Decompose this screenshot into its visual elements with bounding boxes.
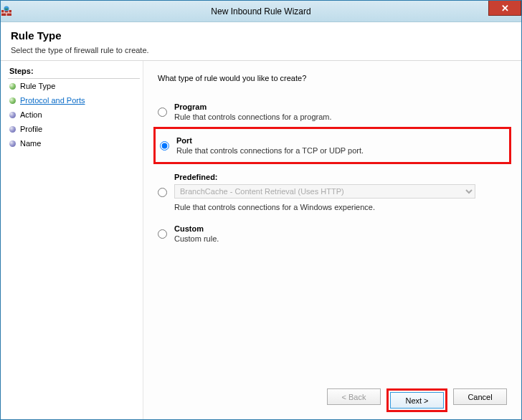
- option-body: Program Rule that controls connections f…: [174, 102, 507, 121]
- highlight-next-button: Next >: [386, 388, 447, 412]
- option-port: Port Rule that controls connections for …: [160, 132, 505, 158]
- radio-port[interactable]: [160, 137, 169, 155]
- wizard-window: New Inbound Rule Wizard ✕ Rule Type Sele…: [0, 0, 522, 420]
- step-protocol-and-ports[interactable]: Protocol and Ports: [8, 93, 143, 108]
- close-icon: ✕: [501, 3, 509, 14]
- header-area: Rule Type Select the type of firewall ru…: [1, 22, 521, 61]
- prompt-text: What type of rule would you like to crea…: [158, 74, 507, 82]
- option-desc: Rule that controls connections for a pro…: [174, 113, 507, 121]
- page-title: Rule Type: [11, 29, 511, 42]
- option-title: Port: [176, 136, 505, 145]
- next-button[interactable]: Next >: [390, 392, 444, 409]
- footer-buttons: < Back Next > Cancel: [158, 377, 507, 412]
- steps-heading: Steps:: [8, 65, 140, 79]
- window-title: New Inbound Rule Wizard: [1, 6, 521, 16]
- step-label: Protocol and Ports: [20, 96, 85, 105]
- step-name[interactable]: Name: [8, 136, 143, 151]
- step-label: Name: [20, 139, 41, 148]
- page-subtitle: Select the type of firewall rule to crea…: [11, 46, 511, 54]
- step-profile[interactable]: Profile: [8, 122, 143, 136]
- step-label: Action: [20, 110, 42, 119]
- step-label: Rule Type: [20, 82, 55, 90]
- option-body: Port Rule that controls connections for …: [176, 136, 505, 155]
- option-body: Custom Custom rule.: [174, 224, 507, 243]
- step-rule-type[interactable]: Rule Type: [8, 79, 143, 93]
- option-program: Program Rule that controls connections f…: [158, 98, 507, 130]
- step-action[interactable]: Action: [8, 108, 143, 122]
- option-desc: Custom rule.: [174, 234, 507, 243]
- radio-predefined[interactable]: [158, 173, 167, 211]
- option-title: Predefined:: [174, 173, 507, 181]
- titlebar: New Inbound Rule Wizard ✕: [1, 1, 521, 22]
- steps-sidebar: Steps: Rule Type Protocol and Ports Acti…: [1, 61, 143, 419]
- bullet-icon: [9, 126, 16, 133]
- cancel-button[interactable]: Cancel: [453, 388, 507, 405]
- close-button[interactable]: ✕: [488, 1, 521, 16]
- radio-custom[interactable]: [158, 225, 167, 243]
- radio-program[interactable]: [158, 103, 167, 121]
- step-label: Profile: [20, 125, 42, 133]
- option-title: Program: [174, 102, 507, 111]
- bullet-icon: [9, 83, 16, 90]
- back-button[interactable]: < Back: [327, 388, 381, 405]
- predefined-select[interactable]: BranchCache - Content Retrieval (Uses HT…: [174, 184, 475, 199]
- bullet-icon: [9, 140, 16, 147]
- bullet-icon: [9, 97, 16, 104]
- option-title: Custom: [174, 224, 507, 233]
- option-desc: Rule that controls connections for a TCP…: [176, 146, 505, 155]
- highlight-port-option: Port Rule that controls connections for …: [153, 127, 511, 164]
- body: Steps: Rule Type Protocol and Ports Acti…: [1, 61, 521, 419]
- option-body: Predefined: BranchCache - Content Retrie…: [174, 173, 507, 211]
- bullet-icon: [9, 112, 16, 118]
- content-pane: What type of rule would you like to crea…: [143, 61, 521, 419]
- firewall-icon: [1, 6, 12, 17]
- option-predefined: Predefined: BranchCache - Content Retrie…: [158, 168, 507, 220]
- option-custom: Custom Custom rule.: [158, 220, 507, 252]
- option-desc: Rule that controls connections for a Win…: [174, 203, 507, 211]
